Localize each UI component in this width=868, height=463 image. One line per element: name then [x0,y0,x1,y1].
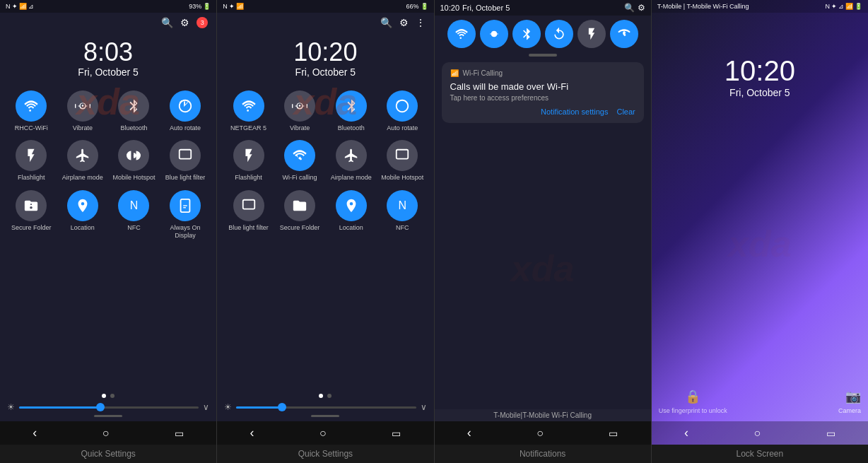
time-status-3: 10:20 [440,4,460,12]
collapse-line-1 [94,415,122,417]
caption-2: Quick Settings [217,445,433,463]
tile-label-wifi-1: RHCC-WiFi [15,124,48,132]
tile-flash-1[interactable]: Flashlight [7,137,56,184]
tile-label-vibrate-2: Vibrate [290,124,310,132]
tile-icon-nfc-2: N [387,190,418,221]
notif-tile-flash-3[interactable] [577,20,606,48]
brightness-row-1: ☀ ∨ [7,402,209,412]
tile-nfc-1[interactable]: N NFC [110,187,158,242]
more-icon-2[interactable]: ⋮ [416,17,426,28]
battery-text-2: 66% [406,3,418,10]
back-button-4[interactable]: ‹ [684,426,688,440]
tile-vibrate-2[interactable]: Vibrate [276,88,324,135]
chevron-down-icon-1[interactable]: ∨ [203,402,209,412]
notif-tile-wificall-3[interactable] [610,20,638,48]
notification-card-3[interactable]: 📶 Wi-Fi Calling Calls will be made over … [442,62,644,123]
lock-date-4: Fri, October 5 [652,87,868,98]
tile-icon-aod-1 [170,190,201,221]
back-button-2[interactable]: ‹ [250,426,254,440]
tile-nfc-2[interactable]: N NFC [378,187,427,235]
tile-icon-hotspot-1 [118,140,149,171]
tile-bt-2[interactable]: Bluetooth [327,88,375,135]
notif-tile-bt-3[interactable] [512,20,541,48]
notif-source-3: Wi-Fi Calling [463,69,503,77]
notif-tile-wifi-3[interactable] [447,20,476,48]
tile-securefolder-1[interactable]: Secure Folder [7,187,56,242]
camera-icon-4[interactable]: 📷 [845,389,861,404]
caption-4: Lock Screen [652,445,868,463]
tile-icon-location-2 [336,190,367,221]
tile-label-flash-1: Flashlight [18,174,45,182]
tile-wificalling-2[interactable]: Wi-Fi calling [276,137,324,184]
tile-wifi-1[interactable]: RHCC-WiFi [7,88,56,135]
panels-container: N ✦ 📶 ⊿ 93% 🔋 🔍 ⚙ 3 8:03 Fri, October 5 [0,0,868,463]
brightness-row-2: ☀ ∨ [224,402,426,412]
tile-label-airplane-1: Airplane mode [62,174,103,182]
chevron-down-icon-2[interactable]: ∨ [421,402,427,412]
page-dots-1 [7,394,209,398]
notif-tile-vibrate-3[interactable] [480,20,508,48]
tile-airplane-1[interactable]: Airplane mode [59,137,107,184]
tile-location-2[interactable]: Location [327,187,375,235]
settings-icon-3[interactable]: ⚙ [638,3,645,13]
recents-button-1[interactable]: ▭ [175,428,184,439]
tile-label-securefolder-2: Secure Folder [280,224,320,232]
tile-location-1[interactable]: Location [59,187,107,242]
tile-wifi-2[interactable]: NETGEAR 5 [224,88,273,135]
tile-icon-vibrate-2 [284,90,315,122]
tile-label-hotspot-1: Mobile Hotspot [112,174,155,182]
tile-aod-1[interactable]: Always On Display [161,187,210,242]
tile-bt-1[interactable]: Bluetooth [110,88,158,135]
recents-button-4[interactable]: ▭ [826,428,835,439]
home-button-4[interactable]: ○ [754,427,761,440]
tile-bluelight-2[interactable]: Blue light filter [224,187,273,235]
dot-2-inactive [327,394,332,398]
tile-icon-rotate-2 [387,90,418,122]
bt-icon: ✦ [12,3,18,10]
svg-rect-5 [242,200,254,209]
panel-4: T-Mobile | T-Mobile Wi-Fi Calling N ✦ ⊿ … [652,0,868,463]
tile-airplane-2[interactable]: Airplane mode [327,137,375,184]
brightness-track-1[interactable] [19,406,199,409]
brightness-track-2[interactable] [236,406,416,409]
recents-button-3[interactable]: ▭ [609,428,618,439]
nav-bar-2: ‹ ○ ▭ [217,421,433,445]
home-button-3[interactable]: ○ [536,427,544,440]
tile-securefolder-2[interactable]: Secure Folder [276,187,324,235]
home-button-1[interactable]: ○ [102,427,110,440]
tile-label-rotate-1: Auto rotate [170,124,201,132]
dot-2-active [319,394,323,398]
tile-icon-flash-2 [233,140,264,171]
page-dots-2 [224,394,426,398]
search-icon-2[interactable]: 🔍 [380,17,392,28]
tile-label-flash-2: Flashlight [235,174,262,182]
tile-bluelight-1[interactable]: Blue light filter [161,137,210,184]
settings-icon-2[interactable]: ⚙ [399,17,409,28]
tile-icon-rotate-1 [170,90,201,122]
tile-rotate-2[interactable]: Auto rotate [378,88,427,135]
status-bar-3: 10:20 Fri, October 5 🔍 ⚙ [435,0,651,16]
notif-quick-row-3 [435,16,651,52]
tile-label-location-2: Location [339,224,363,232]
tile-label-airplane-2: Airplane mode [331,174,372,182]
back-button-1[interactable]: ‹ [33,426,37,440]
notif-tile-rotate-3[interactable] [545,20,573,48]
phone-screen-1: N ✦ 📶 ⊿ 93% 🔋 🔍 ⚙ 3 8:03 Fri, October 5 [0,0,216,445]
search-icon-1[interactable]: 🔍 [161,17,173,28]
home-button-2[interactable]: ○ [319,427,327,440]
notif-settings-btn-3[interactable]: Notification settings [541,107,608,116]
notif-clear-btn-3[interactable]: Clear [616,107,635,116]
phone-screen-2: N ✦ 📶 66% 🔋 🔍 ⚙ ⋮ 10:20 Fri, October 5 x [217,0,433,445]
tile-vibrate-1[interactable]: Vibrate [59,88,107,135]
search-icon-3[interactable]: 🔍 [624,3,635,13]
tile-rotate-1[interactable]: Auto rotate [161,88,210,135]
settings-icon-1[interactable]: ⚙ [180,17,189,28]
sim-icon-2: N [223,3,228,10]
xda-watermark-3: xda [511,247,575,290]
tile-flash-2[interactable]: Flashlight [224,137,273,184]
recents-button-2[interactable]: ▭ [392,428,401,439]
tile-hotspot-1[interactable]: Mobile Hotspot [110,137,158,184]
dot-1-active [102,394,106,398]
back-button-3[interactable]: ‹ [467,426,471,440]
tile-hotspot-2[interactable]: Mobile Hotspot [378,137,427,184]
